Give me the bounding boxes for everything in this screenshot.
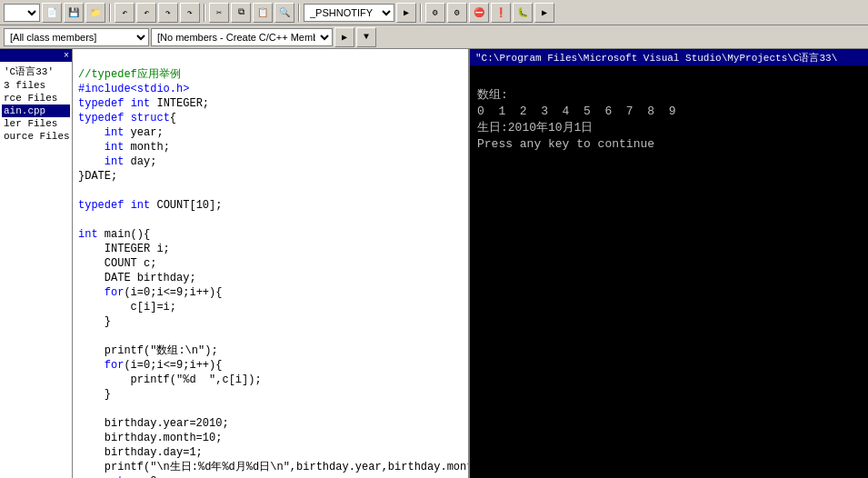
code-line-22: } [78,388,111,401]
code-line-2: typedef int INTEGER; [78,97,209,110]
editor-content: //typedef应用举例 #include<stdio.h> typedef … [73,49,468,478]
sep1 [109,4,111,22]
code-line-21: printf("%d ",c[i]); [78,373,262,386]
sep3 [298,4,300,22]
code-line-1: #include<stdio.h> [78,83,189,95]
open-icon[interactable]: 📁 [85,3,105,23]
code-line-16: c[i]=i; [78,301,176,314]
code-line-24: birthday.year=2010; [78,417,229,430]
tree-item-3[interactable]: ain.cpp [2,105,70,117]
paste-icon[interactable]: 📋 [253,3,273,23]
code-line-20: for(i=0;i<=9;i++){ [78,359,222,372]
code-line-4: int year; [78,126,164,139]
sep2 [204,4,205,22]
toolbar-row2: [All class members] [No members - Create… [0,25,868,49]
code-line-26: birthday.day=1; [78,446,203,459]
tree-item-2[interactable]: rce Files [2,92,70,105]
tree-item-1[interactable]: 3 files [2,79,70,92]
find-icon[interactable]: 🔍 [274,3,294,23]
toolbar2-btn2[interactable]: ▼ [356,27,376,47]
console-line-1: 0 1 2 3 4 5 6 7 8 9 [477,105,675,118]
stop-icon[interactable]: ⛔ [469,3,489,23]
main-content: × 'C语言33' 3 files rce Files ain.cpp ler … [0,49,868,478]
code-line-19: printf("数组:\n"); [78,344,218,357]
undo-icon[interactable]: ↶ [115,3,135,23]
redo-icon[interactable]: ↷ [158,3,178,23]
left-panel-titlebar: × [0,49,72,62]
code-line-27: printf("\n生日:%d年%d月%d日\n",birthday.year,… [78,461,468,473]
console-line-2: 生日:2010年10月1日 [477,121,593,134]
left-panel: × 'C语言33' 3 files rce Files ain.cpp ler … [0,49,73,478]
error-icon[interactable]: ❗ [491,3,511,23]
left-panel-content: 'C语言33' 3 files rce Files ain.cpp ler Fi… [0,62,72,478]
console-titlebar: "C:\Program Files\Microsoft Visual Studi… [470,49,868,65]
code-line-3: typedef struct{ [78,112,176,124]
code-line-5: int month; [78,141,170,154]
code-line-17: } [78,315,111,328]
code-line-7: }DATE; [78,170,117,183]
left-panel-close[interactable]: × [64,51,69,61]
tree-item-4[interactable]: ler Files [2,117,70,130]
toolbar-row1: 📄 💾 📁 ↶ ↶ ↷ ↷ ✂ ⧉ 📋 🔍 _PSHNOTIFY ▶ ⚙ ⚙ ⛔… [0,0,868,25]
build2-icon[interactable]: ⚙ [447,3,467,23]
no-members-dropdown[interactable]: [No members - Create C/C++ Memb... [151,28,333,46]
redo2-icon[interactable]: ↷ [180,3,200,23]
toolbar2-btn1[interactable]: ▶ [334,27,354,47]
console-output: 数组: 0 1 2 3 4 5 6 7 8 9 生日:2010年10月1日 Pr… [470,65,868,478]
cut-icon[interactable]: ✂ [209,3,229,23]
debug-icon[interactable]: 🐛 [513,3,533,23]
console-line-3: Press any key to continue [477,137,654,151]
code-line-0: //typedef应用举例 [78,68,181,81]
run-icon[interactable]: ▶ [534,3,554,23]
code-line-11: int main(){ [78,228,150,241]
console-title: "C:\Program Files\Microsoft Visual Studi… [475,53,837,64]
code-line-14: DATE birthday; [78,272,196,284]
tree-item-0[interactable]: 'C语言33' [2,64,70,79]
go-icon[interactable]: ▶ [396,3,416,23]
class-members-dropdown[interactable]: [All class members] [4,28,149,46]
sep4 [420,4,422,22]
code-line-6: int day; [78,155,156,168]
console-panel: "C:\Program Files\Microsoft Visual Studi… [468,49,868,478]
code-line-25: birthday.month=10; [78,432,222,444]
copy-icon[interactable]: ⧉ [231,3,251,23]
console-line-0: 数组: [477,88,508,102]
undo2-icon[interactable]: ↶ [136,3,156,23]
toolbar-dropdown1[interactable] [4,4,40,22]
code-line-9: typedef int COUNT[10]; [78,199,222,212]
code-line-13: COUNT c; [78,257,156,270]
new-icon[interactable]: 📄 [42,3,62,23]
code-line-12: INTEGER i; [78,243,170,255]
psh-dropdown[interactable]: _PSHNOTIFY [304,4,394,22]
build-icon[interactable]: ⚙ [425,3,445,23]
save-icon[interactable]: 💾 [64,3,84,23]
editor-area[interactable]: //typedef应用举例 #include<stdio.h> typedef … [73,49,468,478]
tree-item-5[interactable]: ource Files [2,130,70,143]
code-line-15: for(i=0;i<=9;i++){ [78,286,222,299]
